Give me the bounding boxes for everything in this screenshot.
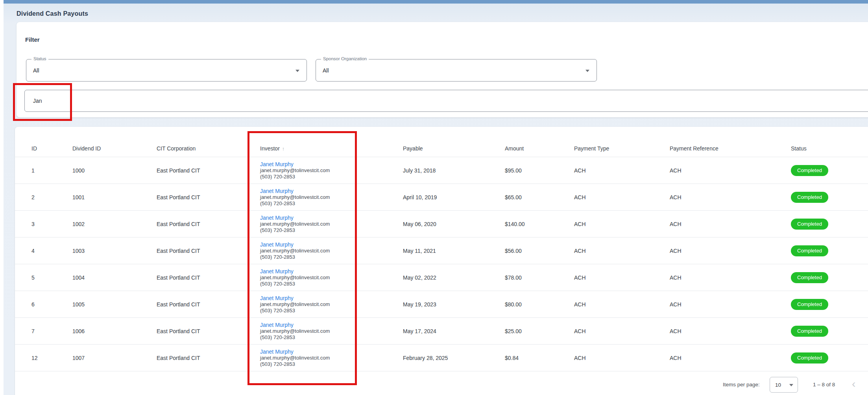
investor-link[interactable]: Janet Murphy	[260, 349, 330, 355]
cell-dividend-id: 1001	[72, 194, 85, 200]
status-badge: Completed	[791, 299, 828, 310]
month-input[interactable]: Jan	[24, 90, 868, 112]
table-row: 5 1004 East Portland CIT Janet Murphy ja…	[15, 264, 868, 291]
column-header-amount[interactable]: Amount	[505, 145, 524, 152]
column-header-id[interactable]: ID	[31, 145, 37, 152]
sort-ascending-icon: ↑	[282, 146, 285, 152]
investor-phone: (503) 720-2853	[260, 200, 330, 206]
cell-dividend-id: 1005	[72, 301, 85, 308]
cell-dividend-id: 1000	[72, 167, 85, 174]
cell-payable: February 28, 2025	[403, 355, 448, 361]
cell-payment-type: ACH	[574, 328, 586, 334]
investor-phone: (503) 720-2853	[260, 280, 330, 287]
filter-card: Filter Status All Sponsor Organization A…	[17, 22, 868, 117]
previous-page-icon[interactable]: ‹	[852, 378, 855, 389]
cell-amount: $0.84	[505, 355, 519, 361]
cell-cit-corporation: East Portland CIT	[157, 355, 200, 361]
investor-phone: (503) 720-2853	[260, 227, 330, 233]
column-header-dividend-id[interactable]: Dividend ID	[72, 145, 101, 152]
month-input-value: Jan	[33, 98, 42, 104]
investor-link[interactable]: Janet Murphy	[260, 241, 330, 248]
cell-investor: Janet Murphy janet.murphy@tolinvestcit.c…	[260, 188, 330, 206]
cell-dividend-id: 1003	[72, 248, 85, 254]
status-badge: Completed	[791, 326, 828, 337]
table-row: 3 1002 East Portland CIT Janet Murphy ja…	[15, 210, 868, 237]
investor-link[interactable]: Janet Murphy	[260, 295, 330, 301]
column-header-status[interactable]: Status	[791, 145, 807, 152]
cell-payment-type: ACH	[574, 274, 586, 281]
column-header-payment-type[interactable]: Payment Type	[574, 145, 609, 152]
cell-dividend-id: 1006	[72, 328, 85, 334]
sponsor-organization-select[interactable]: Sponsor Organization All	[316, 59, 597, 82]
cell-payment-reference: ACH	[670, 274, 681, 281]
investor-phone: (503) 720-2853	[260, 254, 330, 260]
investor-phone: (503) 720-2853	[260, 361, 330, 367]
investor-email: janet.murphy@tolinvestcit.com	[260, 328, 330, 334]
investor-link[interactable]: Janet Murphy	[260, 322, 330, 328]
cell-payment-reference: ACH	[670, 221, 681, 227]
investor-phone: (503) 720-2853	[260, 173, 330, 180]
cell-cit-corporation: East Portland CIT	[157, 274, 200, 281]
cell-payment-reference: ACH	[670, 248, 681, 254]
cell-status: Completed	[791, 272, 828, 283]
cell-amount: $140.00	[505, 221, 525, 227]
status-select-label: Status	[31, 56, 48, 61]
cell-amount: $95.00	[505, 167, 522, 174]
cell-payable: May 19, 2023	[403, 301, 436, 308]
cell-cit-corporation: East Portland CIT	[157, 221, 200, 227]
sponsor-select-label: Sponsor Organization	[321, 56, 369, 61]
column-header-cit-corporation[interactable]: CIT Corporation	[157, 145, 196, 152]
cell-payment-reference: ACH	[670, 167, 681, 174]
investor-link[interactable]: Janet Murphy	[260, 215, 330, 221]
column-header-investor-label: Investor	[260, 145, 280, 152]
cell-id: 3	[31, 221, 35, 227]
table-row: 7 1006 East Portland CIT Janet Murphy ja…	[15, 317, 868, 344]
cell-payment-type: ACH	[574, 248, 586, 254]
investor-phone: (503) 720-2853	[260, 334, 330, 340]
investor-link[interactable]: Janet Murphy	[260, 161, 330, 167]
column-header-payment-reference[interactable]: Payment Reference	[670, 145, 718, 152]
cell-id: 4	[31, 248, 35, 254]
column-header-payable[interactable]: Payable	[403, 145, 423, 152]
cell-investor: Janet Murphy janet.murphy@tolinvestcit.c…	[260, 268, 330, 287]
cell-payable: May 17, 2024	[403, 328, 436, 334]
cell-payment-type: ACH	[574, 194, 586, 200]
cell-payable: April 10, 2019	[403, 194, 437, 200]
investor-email: janet.murphy@tolinvestcit.com	[260, 301, 330, 308]
table-header-row: ID Dividend ID CIT Corporation Investor↑…	[15, 127, 868, 157]
cell-investor: Janet Murphy janet.murphy@tolinvestcit.c…	[260, 295, 330, 313]
investor-link[interactable]: Janet Murphy	[260, 268, 330, 274]
page-title: Dividend Cash Payouts	[17, 10, 88, 17]
status-select-value: All	[33, 67, 39, 74]
investor-link[interactable]: Janet Murphy	[260, 188, 330, 194]
investor-email: janet.murphy@tolinvestcit.com	[260, 248, 330, 254]
cell-cit-corporation: East Portland CIT	[157, 194, 200, 200]
items-per-page-value: 10	[775, 382, 781, 388]
cell-payable: July 31, 2018	[403, 167, 436, 174]
column-header-investor[interactable]: Investor↑	[260, 145, 284, 152]
items-per-page-select[interactable]: 10	[770, 377, 798, 393]
cell-dividend-id: 1004	[72, 274, 85, 281]
cell-payable: May 06, 2020	[403, 221, 436, 227]
investor-email: janet.murphy@tolinvestcit.com	[260, 355, 330, 361]
page-range-label: 1 – 8 of 8	[813, 382, 835, 388]
cell-status: Completed	[791, 352, 828, 363]
status-select[interactable]: Status All	[26, 59, 307, 82]
cell-dividend-id: 1007	[72, 355, 85, 361]
investor-email: janet.murphy@tolinvestcit.com	[260, 221, 330, 227]
cell-payment-reference: ACH	[670, 328, 681, 334]
cell-payment-type: ACH	[574, 221, 586, 227]
cell-payment-reference: ACH	[670, 355, 681, 361]
status-badge: Completed	[791, 192, 828, 203]
cell-status: Completed	[791, 219, 828, 230]
items-per-page-label: Items per page:	[723, 382, 760, 388]
sponsor-select-value: All	[323, 67, 329, 74]
cell-amount: $25.00	[505, 328, 522, 334]
cell-investor: Janet Murphy janet.murphy@tolinvestcit.c…	[260, 241, 330, 260]
cell-investor: Janet Murphy janet.murphy@tolinvestcit.c…	[260, 349, 330, 367]
cell-investor: Janet Murphy janet.murphy@tolinvestcit.c…	[260, 215, 330, 233]
top-accent-bar	[4, 0, 868, 4]
chevron-down-icon	[789, 384, 793, 386]
cell-status: Completed	[791, 245, 828, 256]
cell-cit-corporation: East Portland CIT	[157, 248, 200, 254]
